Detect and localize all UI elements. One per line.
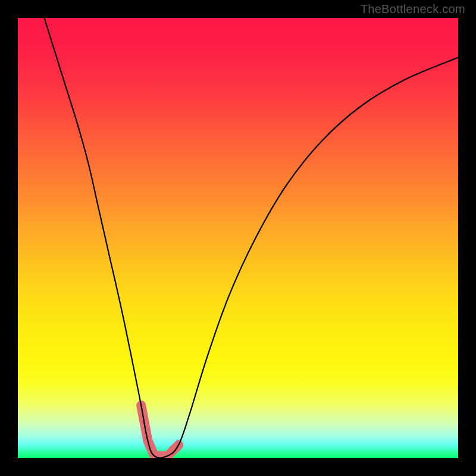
plot-area: [18, 18, 458, 458]
bottleneck-curve: [44, 18, 458, 458]
curve-svg: [18, 18, 458, 458]
watermark-text: TheBottleneck.com: [361, 2, 465, 16]
highlight-marker: [141, 405, 178, 456]
chart-frame: TheBottleneck.com: [0, 0, 476, 476]
